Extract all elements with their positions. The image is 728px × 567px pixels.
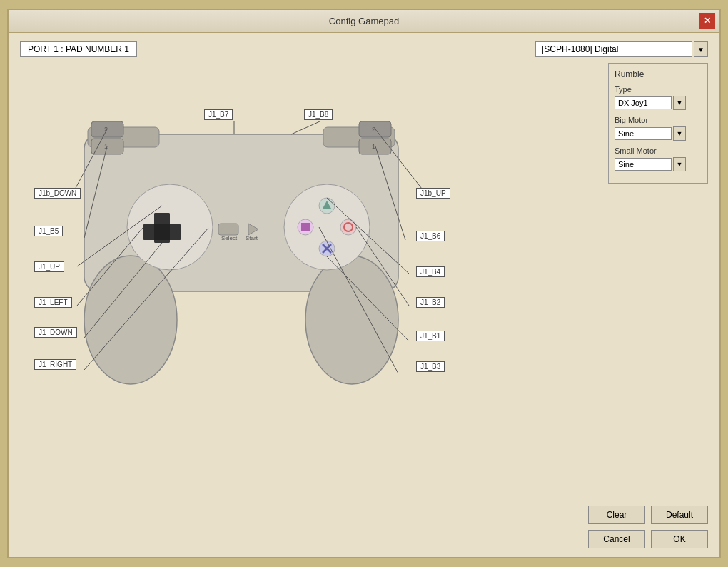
label-j1b-up[interactable]: J1b_UP xyxy=(416,188,450,199)
type-select[interactable]: DX Joy1 DX Joy2 None xyxy=(615,96,672,109)
controller-area: 2 1 2 1 xyxy=(20,63,602,548)
controller-svg: 2 1 2 1 xyxy=(20,63,462,406)
label-j1-b2[interactable]: J1_B2 xyxy=(416,297,445,308)
spacer xyxy=(608,191,708,498)
svg-rect-27 xyxy=(301,223,310,231)
close-button[interactable]: ✕ xyxy=(699,13,715,29)
config-gamepad-window: Config Gamepad ✕ PORT 1 : PAD NUMBER 1 ▼ xyxy=(7,9,721,558)
label-j1-b6[interactable]: J1_B6 xyxy=(416,231,445,241)
svg-text:Select: Select xyxy=(221,235,238,241)
big-motor-select[interactable]: Sine Cosine None xyxy=(615,127,672,140)
svg-rect-28 xyxy=(218,224,238,235)
rumble-box: Rumble Type DX Joy1 DX Joy2 None ▼ xyxy=(608,63,708,184)
label-j1-down[interactable]: J1_DOWN xyxy=(34,327,77,338)
type-dropdown-icon[interactable]: ▼ xyxy=(673,96,686,110)
main-area: 2 1 2 1 xyxy=(20,63,708,548)
buttons-row-2: Cancel OK xyxy=(608,530,708,548)
buttons-row-1: Clear Default xyxy=(608,506,708,524)
big-motor-label: Big Motor xyxy=(615,116,702,124)
small-motor-select-wrap: Sine Cosine None ▼ xyxy=(615,157,702,171)
window-title: Config Gamepad xyxy=(329,16,399,26)
side-panel: Rumble Type DX Joy1 DX Joy2 None ▼ xyxy=(608,63,708,548)
svg-point-2 xyxy=(305,256,398,384)
label-j1-b1[interactable]: J1_B1 xyxy=(416,331,445,341)
device-select-wrap: ▼ xyxy=(535,41,708,57)
svg-text:1: 1 xyxy=(372,143,375,150)
label-j1-right[interactable]: J1_RIGHT xyxy=(34,359,76,370)
controller-svg-container: 2 1 2 1 xyxy=(20,63,602,548)
label-j1-b3[interactable]: J1_B3 xyxy=(416,361,445,372)
label-j1-b4[interactable]: J1_B4 xyxy=(416,266,445,277)
svg-point-1 xyxy=(84,256,177,384)
type-select-wrap: DX Joy1 DX Joy2 None ▼ xyxy=(615,96,702,110)
svg-rect-17 xyxy=(154,224,170,240)
type-label: Type xyxy=(615,85,702,94)
type-group: Type DX Joy1 DX Joy2 None ▼ xyxy=(615,85,702,110)
rumble-title: Rumble xyxy=(615,69,702,79)
small-motor-label: Small Motor xyxy=(615,146,702,155)
svg-text:Start: Start xyxy=(246,235,258,241)
default-button[interactable]: Default xyxy=(651,506,708,524)
title-bar: Config Gamepad ✕ xyxy=(9,10,719,33)
label-j1-up[interactable]: J1_UP xyxy=(34,261,64,272)
big-motor-dropdown-icon[interactable]: ▼ xyxy=(673,126,686,141)
device-dropdown-button[interactable]: ▼ xyxy=(694,41,708,57)
small-motor-select[interactable]: Sine Cosine None xyxy=(615,158,672,171)
svg-text:2: 2 xyxy=(372,126,375,133)
label-j1-left[interactable]: J1_LEFT xyxy=(34,297,72,308)
top-row: PORT 1 : PAD NUMBER 1 ▼ xyxy=(20,41,708,57)
port-label: PORT 1 : PAD NUMBER 1 xyxy=(20,41,137,57)
device-select-input[interactable] xyxy=(535,41,692,57)
big-motor-select-wrap: Sine Cosine None ▼ xyxy=(615,126,702,141)
svg-line-39 xyxy=(291,121,320,134)
label-j1-b8[interactable]: J1_B8 xyxy=(304,109,333,120)
content-area: PORT 1 : PAD NUMBER 1 ▼ xyxy=(9,33,719,557)
svg-text:1: 1 xyxy=(104,143,108,150)
ok-button[interactable]: OK xyxy=(651,530,708,548)
svg-point-21 xyxy=(340,219,356,235)
label-j1-b7[interactable]: J1_B7 xyxy=(204,109,233,120)
small-motor-group: Small Motor Sine Cosine None ▼ xyxy=(615,146,702,171)
small-motor-dropdown-icon[interactable]: ▼ xyxy=(673,157,686,171)
big-motor-group: Big Motor Sine Cosine None ▼ xyxy=(615,116,702,141)
label-j1b-down[interactable]: J1b_DOWN xyxy=(34,188,81,199)
label-j1-b5[interactable]: J1_B5 xyxy=(34,226,63,236)
bottom-buttons: Clear Default Cancel OK xyxy=(608,506,708,548)
svg-point-18 xyxy=(284,184,370,270)
